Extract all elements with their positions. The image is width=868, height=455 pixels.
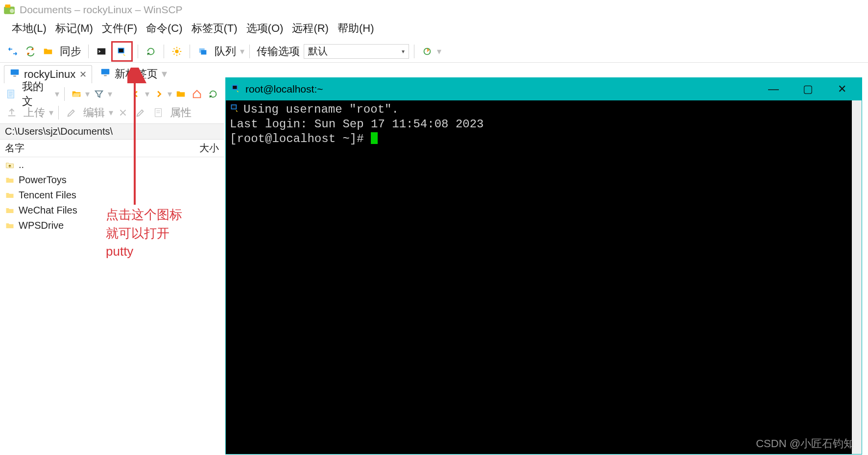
menubar: 本地(L) 标记(M) 文件(F) 命令(C) 标签页(T) 选项(O) 远程(… — [0, 18, 868, 40]
settings-icon[interactable] — [169, 44, 185, 59]
path-bar[interactable]: C:\Users\sjz\Documents\ — [0, 123, 224, 140]
separator — [58, 106, 59, 120]
folder-icon — [5, 221, 15, 231]
putty-icon[interactable] — [114, 44, 130, 59]
properties-label[interactable]: 属性 — [168, 105, 193, 120]
file-name: Tencent Files — [19, 190, 76, 201]
nav-toolbar: 我的文 ▾ ▾ ▾ ▾ ▾ — [0, 84, 224, 104]
app-title: Documents – rockyLinux – WinSCP — [20, 4, 183, 16]
svg-rect-15 — [8, 116, 16, 117]
svg-point-6 — [175, 49, 178, 53]
putty-session-icon — [230, 102, 240, 117]
main-toolbar: 同步 队列 ▾ 传输选项 默认 ▾ ▾ — [0, 40, 868, 63]
svg-rect-5 — [119, 48, 123, 52]
file-name: .. — [19, 159, 24, 170]
reload-remote-icon[interactable] — [419, 44, 435, 59]
svg-rect-11 — [13, 75, 16, 76]
new-tab-label: 新标签页 — [115, 67, 158, 81]
scrollbar[interactable] — [852, 100, 862, 454]
chevron-down-icon[interactable]: ▾ — [49, 107, 53, 118]
close-icon[interactable]: ✕ — [79, 69, 87, 80]
chevron-down-icon[interactable]: ▾ — [55, 89, 59, 99]
folder-icon — [5, 191, 15, 200]
separator — [64, 87, 65, 101]
svg-rect-8 — [201, 50, 206, 54]
file-name: WPSDrive — [19, 220, 64, 231]
upload-icon[interactable] — [4, 105, 20, 120]
props-icon[interactable] — [150, 105, 166, 120]
putty-titlebar[interactable]: root@localhost:~ — ▢ ✕ — [226, 78, 862, 100]
folder-icon — [5, 206, 15, 216]
upload-label[interactable]: 上传 — [22, 105, 47, 120]
transfer-options-dropdown[interactable]: 默认 ▾ — [304, 44, 409, 59]
svg-rect-10 — [11, 69, 19, 74]
menu-tabs[interactable]: 标签页(T) — [189, 21, 241, 36]
separator — [190, 45, 190, 58]
separator — [249, 45, 250, 58]
sync-browse-icon[interactable] — [23, 44, 38, 59]
console-icon[interactable] — [94, 44, 109, 59]
forward-icon[interactable] — [151, 86, 166, 102]
terminal-prompt: [root@localhost ~]# — [230, 132, 371, 145]
menu-command[interactable]: 命令(C) — [143, 21, 186, 36]
transfer-options-label: 传输选项 — [255, 44, 302, 59]
close-button[interactable]: ✕ — [827, 79, 857, 99]
list-item[interactable]: PowerToys — [0, 172, 224, 188]
chevron-down-icon[interactable]: ▾ — [108, 89, 112, 99]
edit-icon[interactable] — [64, 105, 79, 120]
list-item[interactable]: WeChat Files — [0, 203, 224, 218]
monitor-icon — [9, 68, 20, 81]
minimize-button[interactable]: — — [759, 79, 788, 99]
menu-local[interactable]: 本地(L) — [9, 21, 49, 36]
doc-icon[interactable] — [4, 86, 18, 102]
chevron-down-icon[interactable]: ▾ — [85, 89, 90, 99]
refresh-icon[interactable] — [206, 86, 220, 102]
chevron-down-icon: ▾ — [402, 48, 405, 55]
chevron-down-icon[interactable]: ▾ — [145, 89, 149, 99]
separator — [138, 45, 138, 58]
column-size[interactable]: 大小 — [199, 142, 219, 155]
mydocs-label[interactable]: 我的文 — [20, 79, 53, 109]
back-icon[interactable] — [129, 86, 144, 102]
sync-folder-icon[interactable] — [40, 44, 56, 59]
putty-app-icon — [231, 83, 241, 96]
separator — [414, 45, 414, 58]
compare-icon[interactable] — [5, 44, 21, 59]
refresh-icon[interactable] — [143, 44, 159, 59]
delete-icon[interactable] — [115, 105, 131, 120]
edit-label[interactable]: 编辑 — [81, 105, 107, 120]
svg-rect-13 — [104, 75, 107, 76]
chevron-down-icon[interactable]: ▾ — [162, 68, 167, 80]
column-name[interactable]: 名字 — [5, 142, 199, 155]
home-icon[interactable] — [190, 86, 204, 102]
rename-icon[interactable] — [133, 105, 148, 120]
file-name: WeChat Files — [19, 205, 77, 216]
svg-point-2 — [10, 9, 14, 13]
menu-remote[interactable]: 远程(R) — [289, 21, 332, 36]
list-item[interactable]: Tencent Files — [0, 188, 224, 203]
svg-rect-1 — [5, 4, 10, 8]
queue-label[interactable]: 队列 — [213, 44, 238, 59]
path-text: C:\Users\sjz\Documents\ — [5, 126, 113, 137]
chevron-down-icon[interactable]: ▾ — [109, 107, 113, 118]
new-tab[interactable]: 新标签页 ▾ — [95, 65, 172, 83]
chevron-down-icon[interactable]: ▾ — [437, 46, 441, 57]
app-icon — [3, 3, 16, 16]
menu-mark[interactable]: 标记(M) — [52, 21, 96, 36]
svg-rect-12 — [101, 69, 110, 74]
filter-icon[interactable] — [92, 86, 106, 102]
folder-icon[interactable] — [174, 86, 188, 102]
chevron-down-icon[interactable]: ▾ — [168, 89, 172, 99]
terminal-body[interactable]: Using username "root". Last login: Sun S… — [226, 100, 862, 454]
menu-help[interactable]: 帮助(H) — [335, 21, 377, 36]
chevron-down-icon[interactable]: ▾ — [240, 46, 244, 57]
menu-file[interactable]: 文件(F) — [99, 21, 140, 36]
list-item-up[interactable]: .. — [0, 157, 224, 172]
up-icon — [5, 160, 15, 170]
list-item[interactable]: WPSDrive — [0, 218, 224, 233]
queue-icon[interactable] — [195, 44, 211, 59]
open-folder-icon[interactable] — [70, 86, 84, 102]
menu-options[interactable]: 选项(O) — [243, 21, 287, 36]
maximize-button[interactable]: ▢ — [793, 79, 822, 99]
sync-label[interactable]: 同步 — [58, 44, 83, 59]
